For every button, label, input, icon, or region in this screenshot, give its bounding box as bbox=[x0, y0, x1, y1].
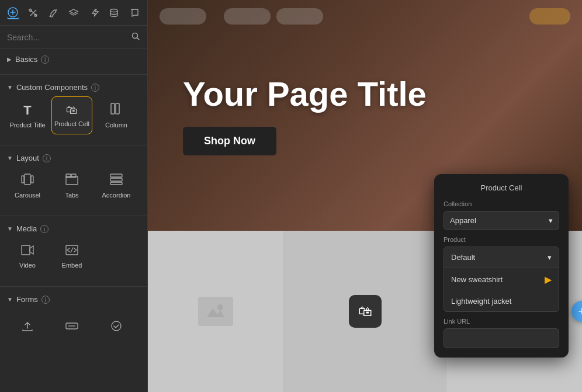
basics-label: Basics bbox=[15, 55, 37, 64]
link-url-label: Link URL bbox=[444, 318, 559, 325]
product-cell-label: Product Cell bbox=[54, 120, 89, 127]
layout-info-icon: i bbox=[43, 154, 51, 162]
tabs-label: Tabs bbox=[65, 192, 78, 199]
layout-grid: Carousel Tabs Accordion bbox=[7, 167, 140, 210]
custom-components-info-icon: i bbox=[91, 84, 99, 92]
basics-info-icon: i bbox=[41, 55, 49, 64]
video-label: Video bbox=[19, 262, 36, 269]
column-icon bbox=[110, 102, 123, 118]
sidebar-item-tabs[interactable]: Tabs bbox=[51, 167, 92, 205]
search-icon[interactable] bbox=[131, 32, 140, 43]
accordion-icon bbox=[110, 174, 123, 188]
product-bag-icon: 🛍 bbox=[349, 295, 382, 328]
media-grid: Video Embed bbox=[7, 238, 140, 280]
hero-cta-button[interactable]: Shop Now bbox=[183, 127, 276, 155]
collection-select[interactable]: Apparel ▾ bbox=[444, 211, 559, 230]
layers-icon[interactable] bbox=[68, 6, 80, 19]
svg-point-17 bbox=[112, 321, 121, 331]
media-chevron-icon: ▼ bbox=[7, 226, 13, 232]
custom-components-header[interactable]: ▼ Custom Components i bbox=[7, 83, 140, 92]
chat-icon[interactable] bbox=[128, 6, 140, 19]
cursor-icon: ▶ bbox=[545, 274, 552, 285]
sidebar-item-upload[interactable] bbox=[7, 308, 48, 346]
forms-label: Forms bbox=[16, 295, 38, 304]
database-icon[interactable] bbox=[108, 6, 120, 19]
nav-link2 bbox=[276, 8, 323, 25]
basics-section: ▶ Basics i bbox=[0, 49, 147, 72]
sidebar-item-column[interactable]: Column bbox=[96, 96, 137, 134]
collection-chevron-icon: ▾ bbox=[549, 216, 553, 225]
hero-title: Your Page Title bbox=[183, 75, 547, 113]
product-jacket-label: Lightweight jacket bbox=[451, 297, 511, 306]
product-option-sweatshirt[interactable]: New sweatshirt ▶ bbox=[444, 268, 559, 291]
forms-header[interactable]: ▼ Forms i bbox=[7, 295, 140, 304]
basics-header[interactable]: ▶ Basics i bbox=[7, 55, 140, 64]
media-label: Media bbox=[16, 224, 37, 233]
media-header[interactable]: ▼ Media i bbox=[7, 224, 140, 233]
product-chevron-icon: ▾ bbox=[548, 253, 552, 262]
product-card-left[interactable] bbox=[148, 231, 284, 392]
embed-label: Embed bbox=[62, 262, 82, 269]
svg-rect-12 bbox=[110, 178, 122, 181]
search-bar bbox=[0, 26, 147, 49]
svg-point-1 bbox=[110, 9, 117, 12]
svg-rect-18 bbox=[198, 297, 233, 326]
media-info-icon: i bbox=[40, 225, 49, 233]
collection-value: Apparel bbox=[450, 216, 476, 225]
canvas: Your Page Title Shop Now 🛍 + Product Ce bbox=[148, 0, 582, 392]
media-section: ▼ Media i Video Embed bbox=[0, 218, 147, 284]
checkbox-icon bbox=[110, 320, 123, 335]
layout-header[interactable]: ▼ Layout i bbox=[7, 154, 140, 162]
scissors-icon[interactable] bbox=[27, 6, 40, 19]
sidebar-item-video[interactable]: Video bbox=[7, 238, 48, 276]
svg-rect-3 bbox=[111, 103, 115, 114]
layout-label: Layout bbox=[16, 154, 39, 162]
forms-info-icon: i bbox=[41, 296, 50, 304]
divider-2 bbox=[0, 145, 147, 145]
sidebar-item-product-cell[interactable]: 🛍 Product Cell bbox=[51, 96, 92, 134]
svg-rect-9 bbox=[66, 174, 71, 178]
sidebar-item-product-title[interactable]: T Product Title bbox=[7, 96, 48, 134]
product-option-jacket[interactable]: Lightweight jacket bbox=[444, 291, 559, 311]
sidebar-toolbar bbox=[0, 0, 147, 26]
custom-components-section: ▼ Custom Components i T Product Title 🛍 … bbox=[0, 77, 147, 143]
product-default-option[interactable]: Default ▾ bbox=[444, 247, 559, 268]
carousel-label: Carousel bbox=[15, 192, 40, 199]
svg-rect-13 bbox=[110, 182, 122, 185]
nav-link1 bbox=[224, 8, 271, 25]
svg-rect-6 bbox=[25, 174, 30, 185]
product-card-center: 🛍 bbox=[284, 231, 447, 392]
divider-4 bbox=[0, 286, 147, 287]
add-product-button[interactable]: + bbox=[571, 301, 582, 322]
sidebar: ▶ Basics i ▼ Custom Components i T Produ… bbox=[0, 0, 148, 392]
forms-grid bbox=[7, 308, 140, 351]
column-label: Column bbox=[105, 122, 127, 129]
search-input[interactable] bbox=[7, 33, 126, 42]
accordion-label: Accordion bbox=[102, 192, 131, 199]
form-input-icon bbox=[65, 320, 78, 335]
upload-icon bbox=[21, 320, 34, 335]
add-icon[interactable] bbox=[7, 6, 19, 19]
sidebar-item-carousel[interactable]: Carousel bbox=[7, 167, 48, 205]
link-url-input[interactable] bbox=[444, 328, 559, 348]
product-dropdown: Default ▾ New sweatshirt ▶ Lightweight j… bbox=[444, 247, 559, 312]
sidebar-item-checkbox[interactable] bbox=[96, 308, 137, 346]
svg-rect-7 bbox=[31, 176, 33, 183]
sidebar-item-accordion[interactable]: Accordion bbox=[96, 167, 137, 205]
chevron-right-icon: ▶ bbox=[7, 56, 12, 63]
custom-components-grid: T Product Title 🛍 Product Cell Column bbox=[7, 96, 140, 139]
svg-rect-10 bbox=[71, 174, 76, 178]
collection-label: Collection bbox=[444, 200, 559, 207]
carousel-icon bbox=[21, 174, 34, 188]
lightning-icon[interactable] bbox=[88, 6, 100, 19]
tabs-icon bbox=[65, 174, 78, 188]
sidebar-item-embed[interactable]: Embed bbox=[51, 238, 92, 276]
sidebar-item-form-input[interactable] bbox=[51, 308, 92, 346]
svg-rect-4 bbox=[116, 103, 119, 114]
divider-3 bbox=[0, 216, 147, 216]
custom-components-label: Custom Components bbox=[16, 83, 88, 92]
product-title-icon: T bbox=[23, 103, 31, 118]
brush-icon[interactable] bbox=[47, 6, 60, 19]
product-image-placeholder-left bbox=[198, 297, 233, 326]
hero-nav bbox=[148, 0, 582, 33]
